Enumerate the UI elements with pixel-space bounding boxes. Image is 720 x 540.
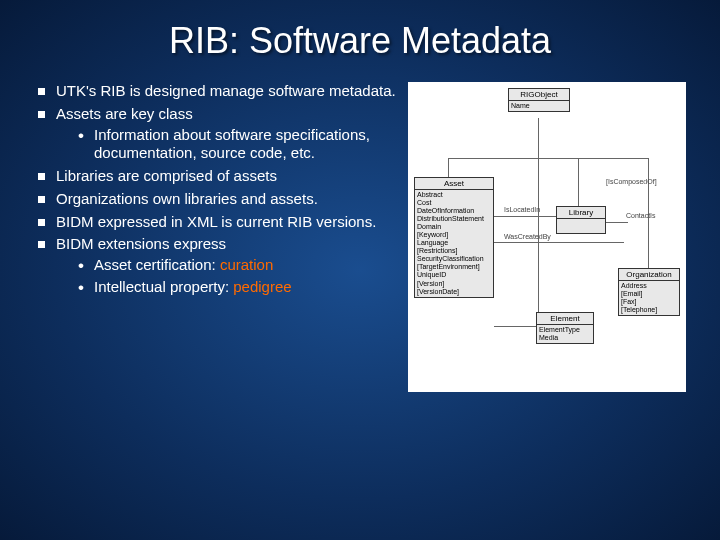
highlight-text: curation: [220, 256, 273, 273]
bullet-item: UTK's RIB is designed manage software me…: [30, 82, 400, 101]
slide-title: RIB: Software Metadata: [30, 20, 690, 62]
bullet-item: BIDM expressed in XML is current RIB ver…: [30, 213, 400, 232]
diagram-line: [606, 222, 628, 223]
bullet-item: Libraries are comprised of assets: [30, 167, 400, 186]
class-box-library: Library: [556, 206, 606, 234]
class-name: Library: [557, 207, 605, 219]
class-name: Asset: [415, 178, 493, 190]
class-name: Element: [537, 313, 593, 325]
class-attrs: ElementTypeMedia: [537, 325, 593, 343]
class-box-element: Element ElementTypeMedia: [536, 312, 594, 344]
slide-body: UTK's RIB is designed manage software me…: [30, 82, 690, 392]
bullet-list: UTK's RIB is designed manage software me…: [30, 82, 400, 297]
sub-bullet-item: Information about software specification…: [78, 126, 400, 164]
uml-diagram: RIGObject Name Asset AbstractCostDateOfI…: [408, 82, 686, 392]
class-name: Organization: [619, 269, 679, 281]
highlight-text: pedigree: [233, 278, 291, 295]
bullet-item: Organizations own libraries and assets.: [30, 190, 400, 209]
diagram-line: [494, 216, 556, 217]
relation-label: WasCreatedBy: [504, 233, 551, 240]
sub-bullet-item: Asset certification: curation: [78, 256, 400, 275]
slide: RIB: Software Metadata UTK's RIB is desi…: [0, 0, 720, 540]
bullet-item: Assets are key class Information about s…: [30, 105, 400, 163]
diagram-line: [538, 118, 539, 158]
sub-bullet-text: Asset certification:: [94, 256, 220, 273]
class-attrs: Address[Email][Fax][Telephone]: [619, 281, 679, 315]
class-box-organization: Organization Address[Email][Fax][Telepho…: [618, 268, 680, 316]
sub-bullet-text: Intellectual property:: [94, 278, 233, 295]
diagram-line: [494, 242, 624, 243]
class-attrs: AbstractCostDateOfInformationDistributio…: [415, 190, 493, 297]
diagram-line: [448, 158, 449, 178]
bullet-text: BIDM extensions express: [56, 235, 226, 252]
class-attrs: Name: [509, 101, 569, 111]
relation-label: IsLocatedIn: [504, 206, 540, 213]
diagram-line: [578, 158, 579, 206]
class-attrs: [557, 219, 605, 221]
diagram-line: [448, 158, 648, 159]
class-box-rigobject: RIGObject Name: [508, 88, 570, 112]
relation-label: [IsComposedOf]: [606, 178, 657, 185]
sub-bullet-item: Intellectual property: pedigree: [78, 278, 400, 297]
class-box-asset: Asset AbstractCostDateOfInformationDistr…: [414, 177, 494, 298]
bullet-text: Assets are key class: [56, 105, 193, 122]
relation-label: ContactIs: [626, 212, 656, 219]
class-name: RIGObject: [509, 89, 569, 101]
diagram-line: [494, 326, 538, 327]
bullet-item: BIDM extensions express Asset certificat…: [30, 235, 400, 296]
text-column: UTK's RIB is designed manage software me…: [30, 82, 400, 392]
